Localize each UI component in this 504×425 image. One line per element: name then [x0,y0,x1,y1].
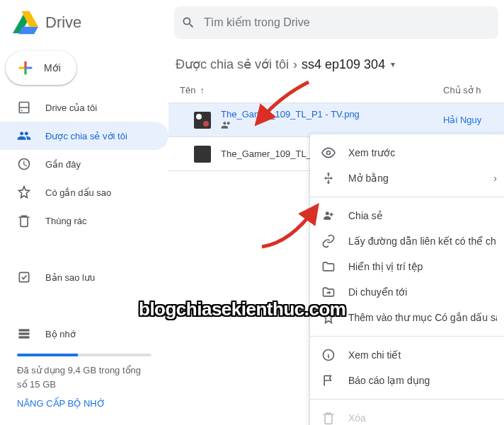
svg-rect-2 [19,329,30,331]
dropdown-icon[interactable]: ▾ [391,59,395,69]
menu-open-with[interactable]: Mở bằng › [310,165,504,191]
search-icon [180,14,197,31]
context-menu: Xem trước Mở bằng › Chia sẻ Lấy đường dẫ… [310,134,504,425]
trash-icon [321,411,336,425]
list-header: Tên ↑ Chủ sở h [168,75,504,103]
menu-share[interactable]: Chia sẻ [310,203,504,228]
upgrade-storage-link[interactable]: NÂNG CẤP BỘ NHỚ [17,398,151,409]
breadcrumb-current[interactable]: ss4 ep109 304 [302,57,385,72]
link-icon [321,234,336,248]
trash-icon [17,214,31,228]
breadcrumb-root[interactable]: Được chia sẻ với tôi [176,57,289,72]
sort-asc-icon: ↑ [200,85,205,95]
star-icon [17,185,31,199]
storage-used-text: Đã sử dụng 9,4 GB trong tổng số 15 GB [17,363,151,391]
info-icon [321,348,336,362]
col-name[interactable]: Tên ↑ [180,85,443,95]
nav-my-drive[interactable]: Drive của tôi [0,93,168,122]
menu-report[interactable]: Báo cáo lạm dụng [310,368,504,393]
open-with-icon [321,171,336,185]
svg-point-0 [21,110,23,111]
sidebar: Mới Drive của tôi Được chia sẻ với tôi G… [0,45,168,425]
drive-logo-icon [11,8,40,37]
nav-trash[interactable]: Thùng rác [0,206,168,235]
logo-section[interactable]: Drive [6,8,174,37]
app-header: Drive [0,0,504,45]
storage-section: Đã sử dụng 9,4 GB trong tổng số 15 GB NÂ… [0,348,168,409]
menu-details[interactable]: Xem chi tiết [310,342,504,368]
storage-bar [17,354,151,356]
breadcrumb: Được chia sẻ với tôi › ss4 ep109 304 ▾ [168,54,504,75]
file-thumbnail-icon [194,112,211,129]
my-drive-icon [17,100,31,115]
svg-rect-3 [19,332,30,334]
backup-icon [17,270,31,284]
svg-rect-4 [19,336,30,338]
svg-point-6 [326,211,329,215]
menu-delete: Xóa [310,405,504,425]
plus-icon [16,58,35,78]
file-row[interactable]: The_Gamer_109_TL_P1 - TV.png Hải Nguy [168,103,504,137]
menu-show-location[interactable]: Hiển thị vị trí tệp [310,254,504,279]
menu-get-link[interactable]: Lấy đường dẫn liên kết có thể chia sẻ [310,228,504,254]
new-button[interactable]: Mới [6,51,76,85]
search-bar[interactable] [174,6,498,39]
file-owner[interactable]: Hải Nguy [443,115,493,125]
recent-icon [17,157,31,171]
chevron-right-icon: › [493,173,497,184]
search-input[interactable] [204,16,493,29]
menu-preview[interactable]: Xem trước [310,140,504,165]
svg-rect-1 [19,272,28,281]
svg-point-5 [327,151,331,155]
watermark-text: blogchiasekienthuc.com [139,298,345,320]
col-owner[interactable]: Chủ sở h [443,85,493,95]
shared-icon [17,129,31,143]
nav-starred[interactable]: Có gắn dấu sao [0,178,168,206]
chevron-right-icon: › [293,57,297,72]
person-add-icon [321,209,336,223]
nav-backup[interactable]: Bản sao lưu [0,263,168,291]
shared-badge-icon [221,120,443,131]
flag-icon [321,373,336,388]
file-thumbnail-icon [194,146,211,163]
new-button-label: Mới [44,62,61,74]
storage-icon [17,327,31,341]
nav-storage[interactable]: Bộ nhớ [0,320,168,348]
move-icon [321,285,336,299]
app-title: Drive [45,13,81,32]
eye-icon [321,146,336,160]
nav-shared-with-me[interactable]: Được chia sẻ với tôi [0,122,168,150]
folder-icon [321,260,336,274]
nav-recent[interactable]: Gần đây [0,150,168,178]
